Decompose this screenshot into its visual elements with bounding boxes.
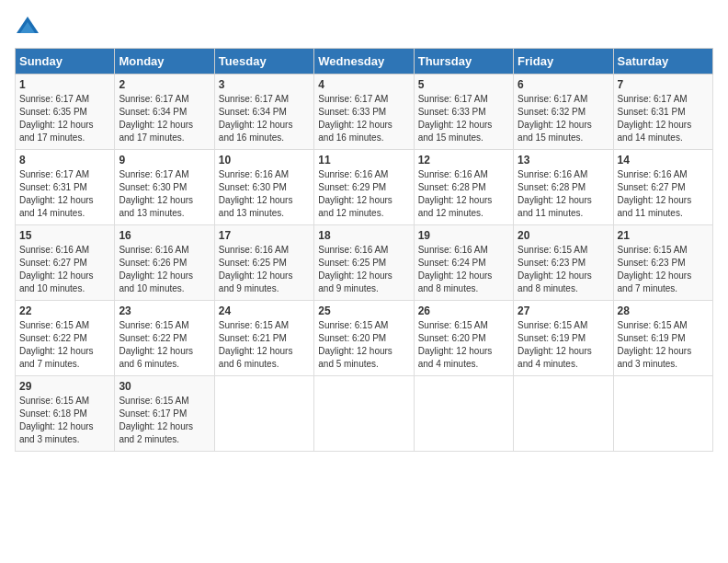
daylight-label: Daylight: 12 hours and 10 minutes.: [19, 270, 94, 293]
day-info: Sunrise: 6:17 AM Sunset: 6:31 PM Dayligh…: [618, 93, 709, 144]
day-number: 29: [19, 380, 110, 393]
day-number: 23: [119, 304, 210, 317]
day-number: 6: [518, 78, 609, 91]
sunrise-label: Sunrise: 6:16 AM: [318, 245, 388, 255]
calendar-week-1: 1 Sunrise: 6:17 AM Sunset: 6:35 PM Dayli…: [16, 75, 713, 150]
day-info: Sunrise: 6:15 AM Sunset: 6:22 PM Dayligh…: [19, 319, 110, 371]
day-info: Sunrise: 6:16 AM Sunset: 6:27 PM Dayligh…: [618, 168, 709, 220]
sunset-label: Sunset: 6:30 PM: [219, 182, 287, 192]
weekday-header-saturday: Saturday: [613, 49, 712, 75]
day-info: Sunrise: 6:16 AM Sunset: 6:27 PM Dayligh…: [19, 244, 110, 295]
day-number: 5: [418, 78, 509, 91]
weekday-header-wednesday: Wednesday: [314, 49, 414, 75]
day-info: Sunrise: 6:15 AM Sunset: 6:17 PM Dayligh…: [119, 395, 210, 446]
sunset-label: Sunset: 6:23 PM: [518, 258, 586, 268]
weekday-header-monday: Monday: [115, 49, 214, 75]
calendar-cell: 19 Sunrise: 6:16 AM Sunset: 6:24 PM Dayl…: [414, 225, 513, 301]
sunrise-label: Sunrise: 6:15 AM: [19, 320, 89, 330]
daylight-label: Daylight: 12 hours and 6 minutes.: [119, 346, 193, 369]
day-number: 3: [219, 78, 310, 91]
day-info: Sunrise: 6:17 AM Sunset: 6:32 PM Dayligh…: [518, 93, 609, 144]
sunset-label: Sunset: 6:34 PM: [219, 107, 287, 117]
calendar-week-2: 8 Sunrise: 6:17 AM Sunset: 6:31 PM Dayli…: [16, 150, 713, 225]
sunset-label: Sunset: 6:31 PM: [618, 107, 686, 117]
day-number: 14: [618, 154, 709, 167]
sunset-label: Sunset: 6:31 PM: [19, 182, 87, 192]
sunset-label: Sunset: 6:30 PM: [119, 182, 187, 192]
logo: [15, 15, 44, 40]
daylight-label: Daylight: 12 hours and 12 minutes.: [418, 195, 493, 218]
calendar-cell: [314, 376, 414, 452]
sunrise-label: Sunrise: 6:17 AM: [119, 169, 188, 179]
sunset-label: Sunset: 6:18 PM: [19, 408, 87, 419]
sunrise-label: Sunrise: 6:15 AM: [518, 245, 587, 255]
sunrise-label: Sunrise: 6:15 AM: [618, 320, 688, 330]
daylight-label: Daylight: 12 hours and 15 minutes.: [418, 120, 493, 143]
day-info: Sunrise: 6:15 AM Sunset: 6:23 PM Dayligh…: [518, 244, 609, 295]
daylight-label: Daylight: 12 hours and 2 minutes.: [119, 421, 193, 444]
calendar-cell: 20 Sunrise: 6:15 AM Sunset: 6:23 PM Dayl…: [514, 225, 613, 301]
day-info: Sunrise: 6:15 AM Sunset: 6:19 PM Dayligh…: [618, 319, 709, 371]
day-info: Sunrise: 6:17 AM Sunset: 6:33 PM Dayligh…: [318, 93, 409, 144]
sunset-label: Sunset: 6:19 PM: [618, 333, 686, 343]
sunrise-label: Sunrise: 6:16 AM: [219, 245, 289, 255]
day-info: Sunrise: 6:16 AM Sunset: 6:28 PM Dayligh…: [418, 168, 509, 220]
day-number: 13: [518, 154, 609, 167]
sunset-label: Sunset: 6:34 PM: [119, 107, 187, 117]
sunset-label: Sunset: 6:24 PM: [418, 258, 486, 268]
sunset-label: Sunset: 6:27 PM: [618, 182, 686, 192]
day-info: Sunrise: 6:15 AM Sunset: 6:22 PM Dayligh…: [119, 319, 210, 371]
calendar-cell: 27 Sunrise: 6:15 AM Sunset: 6:19 PM Dayl…: [514, 301, 613, 376]
weekday-header-thursday: Thursday: [414, 49, 513, 75]
daylight-label: Daylight: 12 hours and 17 minutes.: [119, 120, 193, 143]
sunset-label: Sunset: 6:22 PM: [119, 333, 187, 343]
daylight-label: Daylight: 12 hours and 5 minutes.: [318, 346, 392, 369]
day-info: Sunrise: 6:16 AM Sunset: 6:26 PM Dayligh…: [119, 244, 210, 295]
sunrise-label: Sunrise: 6:15 AM: [418, 320, 488, 330]
day-number: 15: [19, 229, 110, 242]
weekday-header-friday: Friday: [514, 49, 613, 75]
calendar-cell: 8 Sunrise: 6:17 AM Sunset: 6:31 PM Dayli…: [16, 150, 115, 225]
calendar-cell: 17 Sunrise: 6:16 AM Sunset: 6:25 PM Dayl…: [214, 225, 313, 301]
weekday-header-sunday: Sunday: [16, 49, 115, 75]
sunrise-label: Sunrise: 6:15 AM: [618, 245, 688, 255]
day-number: 24: [219, 304, 310, 317]
day-info: Sunrise: 6:16 AM Sunset: 6:30 PM Dayligh…: [219, 168, 310, 220]
day-number: 1: [19, 78, 110, 91]
daylight-label: Daylight: 12 hours and 13 minutes.: [119, 195, 193, 218]
calendar-cell: 30 Sunrise: 6:15 AM Sunset: 6:17 PM Dayl…: [115, 376, 214, 452]
calendar-table: SundayMondayTuesdayWednesdayThursdayFrid…: [15, 48, 713, 452]
day-number: 12: [418, 154, 509, 167]
day-number: 8: [19, 154, 110, 167]
day-number: 22: [19, 304, 110, 317]
calendar-cell: [214, 376, 313, 452]
calendar-cell: 9 Sunrise: 6:17 AM Sunset: 6:30 PM Dayli…: [115, 150, 214, 225]
sunrise-label: Sunrise: 6:17 AM: [318, 94, 388, 104]
daylight-label: Daylight: 12 hours and 16 minutes.: [318, 120, 392, 143]
sunrise-label: Sunrise: 6:15 AM: [119, 320, 188, 330]
day-number: 27: [518, 304, 609, 317]
page-header: [15, 15, 713, 40]
daylight-label: Daylight: 12 hours and 12 minutes.: [318, 195, 392, 218]
sunrise-label: Sunrise: 6:16 AM: [418, 245, 488, 255]
daylight-label: Daylight: 12 hours and 14 minutes.: [19, 195, 94, 218]
daylight-label: Daylight: 12 hours and 7 minutes.: [618, 270, 692, 293]
day-info: Sunrise: 6:17 AM Sunset: 6:30 PM Dayligh…: [119, 168, 210, 220]
calendar-cell: 7 Sunrise: 6:17 AM Sunset: 6:31 PM Dayli…: [613, 75, 712, 150]
day-info: Sunrise: 6:15 AM Sunset: 6:19 PM Dayligh…: [518, 319, 609, 371]
sunrise-label: Sunrise: 6:16 AM: [318, 169, 388, 179]
day-info: Sunrise: 6:17 AM Sunset: 6:34 PM Dayligh…: [219, 93, 310, 144]
day-number: 21: [618, 229, 709, 242]
day-info: Sunrise: 6:16 AM Sunset: 6:29 PM Dayligh…: [318, 168, 409, 220]
day-number: 17: [219, 229, 310, 242]
daylight-label: Daylight: 12 hours and 11 minutes.: [618, 195, 692, 218]
sunset-label: Sunset: 6:20 PM: [318, 333, 386, 343]
daylight-label: Daylight: 12 hours and 3 minutes.: [19, 421, 94, 444]
calendar-cell: 23 Sunrise: 6:15 AM Sunset: 6:22 PM Dayl…: [115, 301, 214, 376]
day-number: 9: [119, 154, 210, 167]
day-number: 16: [119, 229, 210, 242]
daylight-label: Daylight: 12 hours and 4 minutes.: [518, 346, 592, 369]
sunset-label: Sunset: 6:27 PM: [19, 258, 87, 268]
sunrise-label: Sunrise: 6:17 AM: [19, 94, 89, 104]
day-info: Sunrise: 6:15 AM Sunset: 6:20 PM Dayligh…: [418, 319, 509, 371]
